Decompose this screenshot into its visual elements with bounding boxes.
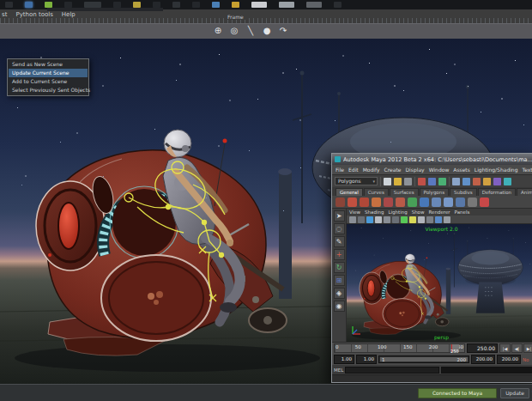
select-tool-icon[interactable]: ➤ — [334, 210, 345, 222]
universal-manipulator-icon[interactable]: ◈ — [334, 288, 345, 299]
panel-tool-4[interactable] — [375, 216, 382, 223]
menu-python-tools[interactable]: Python tools — [15, 11, 52, 18]
current-frame-marker[interactable]: 250 — [451, 344, 459, 352]
toolbar-icon-10[interactable] — [212, 2, 220, 8]
snap-to-plane-icon[interactable] — [483, 178, 491, 185]
history-icon[interactable] — [504, 178, 511, 185]
character-set-menu[interactable]: No — [523, 357, 532, 362]
anim-start-field[interactable]: 1.00 — [356, 355, 377, 364]
connected-to-maya-button[interactable]: Connected to Maya — [418, 388, 497, 398]
panel-tool-3[interactable] — [366, 216, 373, 223]
open-scene-icon[interactable] — [394, 178, 402, 185]
range-end-field[interactable]: 200.00 — [497, 355, 521, 364]
toolbar-icon-5[interactable] — [113, 2, 121, 8]
panel-menu-lighting[interactable]: Lighting — [388, 210, 407, 215]
toolbar-icon-15[interactable] — [334, 2, 342, 8]
toolbar-icon-7[interactable] — [153, 2, 160, 8]
maya-titlebar[interactable]: Autodesk Maya 2012 Beta 2 x64: C:\Users\… — [332, 154, 532, 165]
menu-item-send-as-new-scene[interactable]: Send as New Scene — [9, 60, 88, 69]
maya-menuset-dropdown[interactable]: Polygons▾ — [335, 177, 378, 185]
shelf-tab-animation[interactable]: Animation — [517, 188, 532, 196]
scale-tool-icon[interactable]: ⊞ — [334, 275, 345, 286]
panel-tool-7[interactable] — [401, 216, 408, 223]
panel-menu-view[interactable]: View — [349, 210, 360, 215]
panel-menu-panels[interactable]: Panels — [455, 210, 470, 215]
select-by-object-icon[interactable] — [428, 178, 436, 185]
toolbar-icon-2[interactable] — [45, 2, 52, 8]
maya-menu-create[interactable]: Create — [384, 167, 402, 173]
command-input[interactable] — [345, 367, 438, 374]
select-by-hierarchy-icon[interactable] — [418, 178, 426, 185]
menu-item-update-current-scene[interactable]: Update Current Scene — [9, 69, 88, 77]
anim-end-field[interactable]: 200.00 — [471, 355, 495, 364]
time-ruler[interactable]: 050 100150 200250 250 — [334, 343, 465, 353]
track-camera-icon[interactable]: ◎ — [229, 26, 239, 35]
shelf-item-5[interactable] — [384, 197, 393, 207]
range-bar[interactable]: 1200 — [378, 355, 469, 363]
shelf-item-2[interactable] — [348, 197, 357, 207]
lasso-tool-icon[interactable]: ◌ — [334, 223, 345, 234]
maya-menu-display[interactable]: Display — [406, 167, 425, 173]
panel-tool-9[interactable] — [418, 216, 425, 223]
shelf-item-8[interactable] — [420, 197, 429, 207]
mel-label[interactable]: MEL — [334, 368, 343, 373]
shelf-tab-polygons[interactable]: Polygons — [420, 188, 449, 196]
maya-menu-window[interactable]: Window — [429, 167, 450, 173]
toolbar-icon-1[interactable] — [5, 2, 13, 8]
toolbar-icon-8[interactable] — [172, 2, 180, 8]
panel-tool-2[interactable] — [358, 216, 365, 223]
maya-menu-lighting-shading[interactable]: Lighting/Shading — [475, 167, 518, 173]
shelf-tab-deformation[interactable]: Deformation — [478, 188, 516, 196]
maya-menu-file[interactable]: File — [336, 167, 344, 173]
toolbar-icon-12[interactable] — [251, 2, 267, 8]
maya-menu-edit[interactable]: Edit — [348, 167, 359, 173]
panel-tool-6[interactable] — [392, 216, 399, 223]
menu-item-add-to-current-scene[interactable]: Add to Current Scene — [9, 77, 88, 86]
maya-menu-assets[interactable]: Assets — [453, 167, 470, 173]
panel-menu-renderer[interactable]: Renderer — [428, 210, 450, 215]
panel-tool-12[interactable] — [444, 216, 450, 223]
shelf-item-6[interactable] — [396, 197, 405, 207]
shelf-item-1[interactable] — [336, 197, 345, 207]
toolbar-icon-11[interactable] — [232, 2, 239, 8]
toolbar-icon-active[interactable] — [25, 2, 33, 8]
select-by-component-icon[interactable] — [438, 178, 446, 185]
maya-menu-modify[interactable]: Modify — [363, 167, 380, 173]
last-tool-icon[interactable]: ◉ — [334, 301, 345, 312]
update-button[interactable]: Update — [500, 388, 529, 398]
play-forward-icon[interactable]: ▶| — [523, 343, 532, 353]
toolbar-icon-6[interactable] — [133, 2, 141, 8]
menu-fragment[interactable]: st — [2, 11, 7, 18]
menu-item-select-previously-sent[interactable]: Select Previously Sent Objects — [9, 86, 88, 94]
range-start-field[interactable]: 1.00 — [334, 355, 354, 364]
rotate-tool-icon[interactable]: ↻ — [334, 262, 345, 273]
shelf-tab-surfaces[interactable]: Surfaces — [390, 188, 419, 196]
shelf-item-10[interactable] — [444, 197, 453, 207]
current-time-field[interactable]: 250.00 — [467, 343, 498, 353]
toolbar-icon-14[interactable] — [306, 2, 322, 8]
shelf-item-11[interactable] — [456, 197, 465, 207]
shelf-tab-curves[interactable]: Curves — [364, 188, 389, 196]
snap-to-point-icon[interactable] — [473, 178, 481, 185]
shelf-item-3[interactable] — [360, 197, 369, 207]
snap-to-curve-icon[interactable] — [462, 178, 470, 185]
line-tool-icon[interactable]: ╲ — [245, 26, 256, 35]
shelf-item-9[interactable] — [432, 197, 441, 207]
toolbar-icon-13[interactable] — [279, 2, 294, 8]
point-tool-icon[interactable]: ● — [262, 26, 272, 35]
panel-menu-shading[interactable]: Shading — [365, 210, 384, 215]
arc-rotate-icon[interactable]: ↷ — [278, 26, 288, 35]
go-to-start-icon[interactable]: |◀ — [499, 343, 511, 353]
shelf-tab-subdivs[interactable]: Subdivs — [450, 188, 477, 196]
snap-to-grid-icon[interactable] — [452, 178, 460, 185]
shelf-tab-general[interactable]: General — [336, 188, 363, 196]
panel-tool-5[interactable] — [384, 216, 390, 223]
panel-menu-show[interactable]: Show — [412, 210, 425, 215]
panel-tool-10[interactable] — [426, 216, 433, 223]
panel-tool-1[interactable] — [349, 216, 356, 223]
shelf-item-13[interactable] — [480, 197, 489, 207]
make-live-icon[interactable] — [493, 178, 501, 185]
step-back-icon[interactable]: ◀| — [511, 343, 523, 353]
toolbar-icon-3[interactable] — [64, 2, 72, 8]
menu-help[interactable]: Help — [62, 11, 76, 18]
